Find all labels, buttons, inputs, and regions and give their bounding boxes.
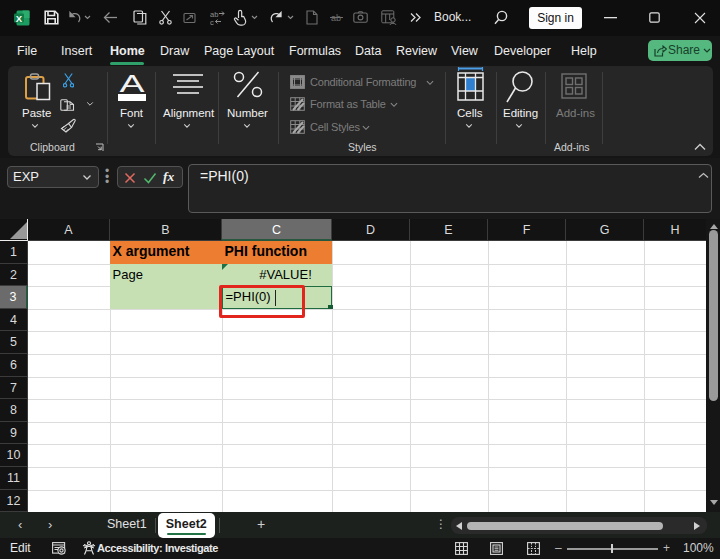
svg-text:X: X — [16, 13, 23, 24]
svg-text:c: c — [210, 18, 214, 26]
svg-text:A: A — [120, 71, 146, 97]
